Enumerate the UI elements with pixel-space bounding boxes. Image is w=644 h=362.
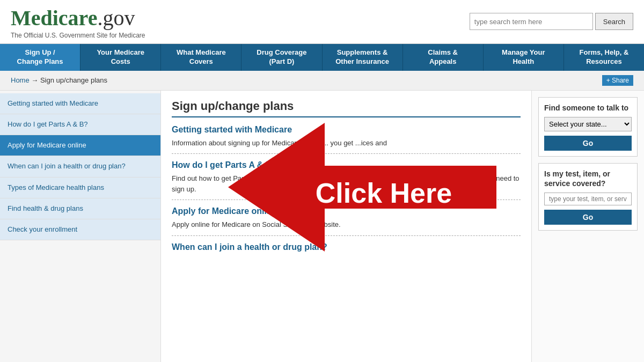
nav-item-supplements[interactable]: Supplements &Other Insurance — [323, 44, 403, 71]
find-someone-widget: Find someone to talk to Select your stat… — [538, 97, 638, 157]
search-area: Search — [470, 13, 633, 30]
nav-item-drug[interactable]: Drug Coverage(Part D) — [241, 44, 322, 71]
find-someone-go-button[interactable]: Go — [544, 136, 632, 151]
section-heading-parts-ab[interactable]: How do I get Parts A & B? — [172, 160, 521, 170]
search-input[interactable] — [470, 13, 593, 30]
logo-dotgov: .gov — [97, 5, 135, 31]
coverage-input[interactable] — [544, 193, 632, 205]
main-content: Getting started with Medicare How do I g… — [0, 91, 644, 362]
sidebar-item-find-plans[interactable]: Find health & drug plans — [0, 198, 160, 219]
breadcrumb-current: Sign up/change plans — [40, 76, 107, 84]
coverage-widget: Is my test, item, or service covered? Go — [538, 163, 638, 231]
sidebar: Getting started with Medicare How do I g… — [0, 91, 161, 362]
sidebar-item-parts-ab[interactable]: How do I get Parts A & B? — [0, 114, 160, 135]
section-text-getting-started: Information about signing up for Medicar… — [172, 138, 521, 149]
section-divider-1 — [172, 153, 521, 154]
coverage-title: Is my test, item, or service covered? — [544, 169, 632, 188]
coverage-go-button[interactable]: Go — [544, 210, 632, 225]
sidebar-item-types[interactable]: Types of Medicare health plans — [0, 178, 160, 198]
breadcrumb-bar: Home → Sign up/change plans + Share — [0, 71, 644, 91]
logo-medicare[interactable]: Medicare — [11, 5, 97, 31]
right-panel: Find someone to talk to Select your stat… — [531, 91, 644, 362]
section-heading-apply-online[interactable]: Apply for Medicare online — [172, 206, 521, 216]
section-text-parts-ab: Find out how to get Part A and Part B. S… — [172, 173, 521, 194]
find-someone-title: Find someone to talk to — [544, 103, 632, 113]
breadcrumb-home[interactable]: Home — [11, 76, 30, 84]
nav-item-costs[interactable]: Your MedicareCosts — [80, 44, 161, 71]
section-heading-when-join[interactable]: When can I join a health or drug plan? — [172, 242, 521, 252]
nav-item-signup[interactable]: Sign Up /Change Plans — [0, 44, 80, 71]
section-divider-3 — [172, 235, 521, 236]
sidebar-item-when-join[interactable]: When can I join a health or drug plan? — [0, 156, 160, 177]
section-divider-2 — [172, 200, 521, 200]
nav-item-claims[interactable]: Claims &Appeals — [403, 44, 484, 71]
nav-item-covers[interactable]: What MedicareCovers — [161, 44, 241, 71]
search-button[interactable]: Search — [595, 13, 633, 30]
site-tagline: The Official U.S. Government Site for Me… — [11, 32, 145, 39]
section-text-apply-online: Apply online for Medicare on Social Secu… — [172, 219, 521, 230]
main-nav: Sign Up /Change Plans Your MedicareCosts… — [0, 44, 644, 71]
logo-area: Medicare.gov The Official U.S. Governmen… — [11, 5, 145, 43]
sidebar-item-check-enrollment[interactable]: Check your enrollment — [0, 219, 160, 240]
page-title: Sign up/change plans — [172, 99, 521, 117]
page-content: Sign up/change plans Getting started wit… — [161, 91, 531, 362]
sidebar-item-apply-online[interactable]: Apply for Medicare online — [0, 135, 160, 156]
state-select[interactable]: Select your state... Alabama Alaska Ariz… — [544, 117, 632, 131]
site-logo: Medicare.gov — [11, 5, 145, 31]
sidebar-item-getting-started[interactable]: Getting started with Medicare — [0, 93, 160, 114]
nav-item-forms[interactable]: Forms, Help, &Resources — [564, 44, 644, 71]
breadcrumb: Home → Sign up/change plans — [11, 76, 107, 84]
nav-item-manage[interactable]: Manage YourHealth — [484, 44, 564, 71]
share-button[interactable]: + Share — [602, 75, 633, 86]
section-heading-getting-started[interactable]: Getting started with Medicare — [172, 125, 521, 135]
breadcrumb-arrow: → — [31, 76, 38, 84]
page-header: Medicare.gov The Official U.S. Governmen… — [0, 0, 644, 44]
